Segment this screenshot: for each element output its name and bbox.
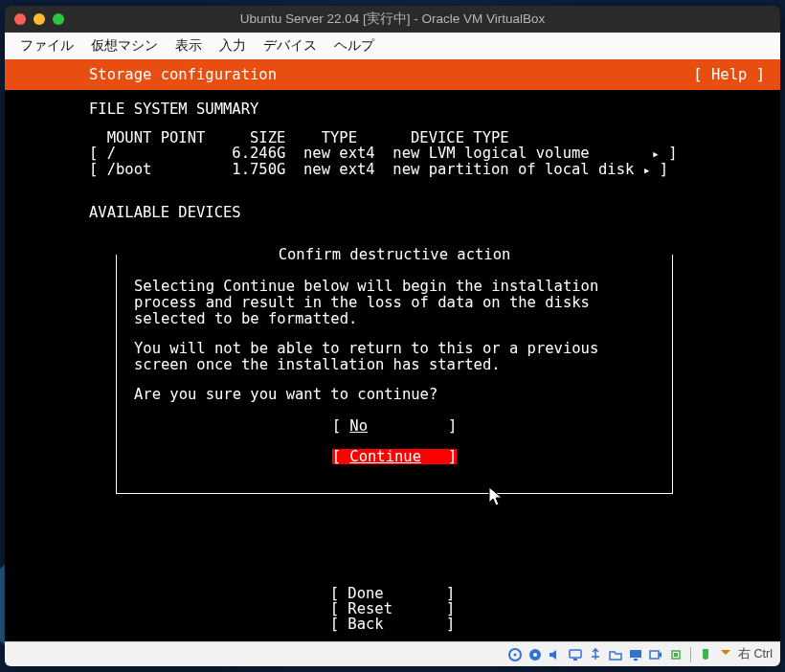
menu-file[interactable]: ファイル	[20, 37, 74, 55]
audio-icon[interactable]	[548, 647, 563, 662]
harddisk-icon[interactable]	[507, 647, 523, 662]
hostkey-icon[interactable]	[718, 647, 733, 662]
svg-rect-6	[630, 650, 641, 658]
mouse-integration-icon[interactable]	[698, 647, 713, 662]
cpu-icon[interactable]	[668, 647, 684, 662]
shared-folder-icon[interactable]	[608, 647, 623, 662]
fs-summary-head: MOUNT POINT SIZE TYPE DEVICE TYPE	[5, 130, 780, 146]
installer-body: FILE SYSTEM SUMMARY MOUNT POINT SIZE TYP…	[5, 90, 780, 494]
fs-row-boot[interactable]: [ /boot 1.750G new ext4 new partition of…	[5, 162, 780, 178]
svg-point-1	[514, 653, 517, 656]
svg-rect-5	[573, 659, 577, 661]
svg-rect-10	[674, 653, 678, 657]
separator	[690, 647, 691, 662]
back-button[interactable]: Back	[348, 616, 383, 633]
network-icon[interactable]	[568, 647, 583, 662]
footer-buttons: [ Done ] [ Reset ] [ Back ]	[5, 586, 780, 632]
menu-machine[interactable]: 仮想マシン	[91, 37, 158, 55]
dialog-text-2: You will not be able to return to this o…	[134, 341, 655, 373]
no-button[interactable]: [ No ]	[134, 418, 655, 434]
menu-view[interactable]: 表示	[175, 37, 202, 55]
virtualbox-window: Ubuntu Server 22.04 [実行中] - Oracle VM Vi…	[5, 6, 780, 666]
svg-point-3	[533, 653, 537, 657]
svg-rect-7	[634, 659, 638, 661]
display-icon[interactable]	[628, 647, 643, 662]
chevron-right-icon: ▸	[652, 146, 660, 161]
desktop: Ubuntu Server 22.04 [実行中] - Oracle VM Vi…	[0, 0, 785, 672]
recording-icon[interactable]	[648, 647, 663, 662]
chevron-right-icon: ▸	[643, 163, 651, 177]
dialog-text-1: Selecting Continue below will begin the …	[134, 279, 655, 327]
menu-input[interactable]: 入力	[219, 37, 246, 55]
fs-row-root[interactable]: [ / 6.246G new ext4 new LVM logical volu…	[5, 146, 780, 162]
installer-header: Storage configuration [ Help ]	[5, 59, 780, 90]
window-title: Ubuntu Server 22.04 [実行中] - Oracle VM Vi…	[5, 11, 780, 28]
hostkey-label: 右 Ctrl	[738, 646, 773, 662]
optical-icon[interactable]	[527, 647, 543, 662]
svg-rect-4	[570, 650, 581, 658]
available-title: AVAILABLE DEVICES	[5, 205, 780, 220]
menu-devices[interactable]: デバイス	[263, 37, 317, 55]
help-button[interactable]: [ Help ]	[693, 67, 765, 82]
header-title: Storage configuration	[89, 67, 277, 82]
menubar: ファイル 仮想マシン 表示 入力 デバイス ヘルプ	[5, 33, 780, 59]
dialog-text-3: Are you sure you want to continue?	[134, 387, 655, 403]
fs-summary-title: FILE SYSTEM SUMMARY	[5, 101, 780, 117]
svg-rect-8	[650, 651, 659, 659]
titlebar[interactable]: Ubuntu Server 22.04 [実行中] - Oracle VM Vi…	[5, 6, 780, 33]
dialog-title: Confirm destructive action	[117, 247, 672, 262]
guest-terminal[interactable]: Storage configuration [ Help ] FILE SYST…	[5, 59, 780, 641]
continue-button[interactable]: [ Continue ]	[134, 449, 655, 464]
menu-help[interactable]: ヘルプ	[334, 37, 374, 55]
usb-icon[interactable]	[588, 647, 603, 662]
confirm-dialog: Confirm destructive action Selecting Con…	[116, 255, 673, 494]
vm-statusbar: 右 Ctrl	[5, 641, 780, 666]
